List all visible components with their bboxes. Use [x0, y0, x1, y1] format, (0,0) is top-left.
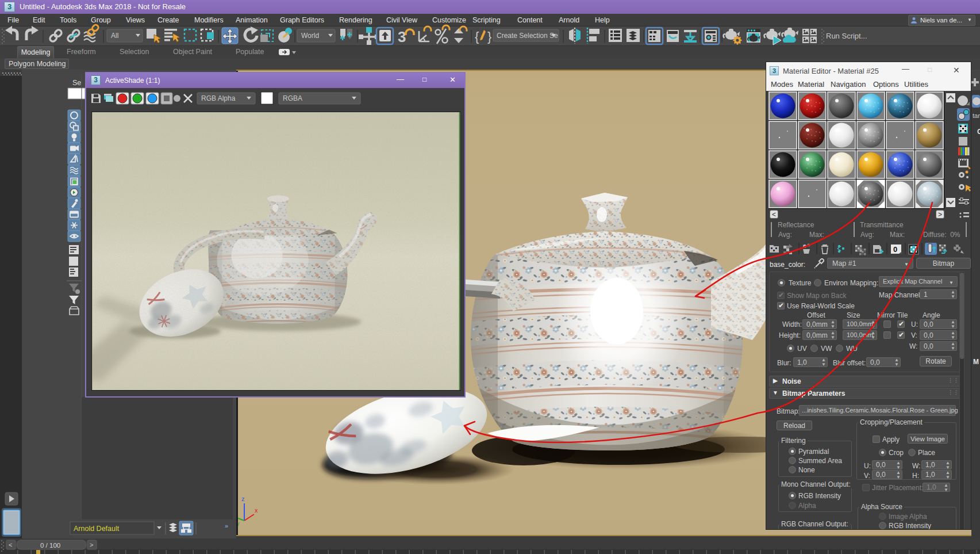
svg-text:Create Selection Se: Create Selection Se — [497, 32, 558, 40]
svg-text:Run Script...: Run Script... — [826, 32, 867, 40]
svg-text:{: { — [475, 29, 479, 44]
svg-text:0 / 100: 0 / 100 — [40, 542, 60, 549]
svg-text:x: x — [255, 507, 258, 514]
svg-text:C: C — [977, 128, 980, 136]
svg-text:RGB Alpha: RGB Alpha — [201, 94, 236, 102]
svg-text:0: 0 — [893, 245, 897, 254]
svg-text:<: < — [9, 541, 12, 548]
svg-text:Arnold Default: Arnold Default — [74, 525, 120, 533]
svg-text:World: World — [301, 32, 319, 40]
svg-text:RGBA: RGBA — [283, 94, 302, 102]
svg-text:z: z — [241, 495, 245, 502]
svg-text:tan: tan — [973, 112, 980, 119]
svg-text:All: All — [111, 32, 118, 40]
svg-text:}: } — [487, 29, 491, 44]
svg-text:M: M — [973, 358, 979, 366]
svg-text:Se: Se — [72, 79, 81, 87]
svg-text:3: 3 — [398, 28, 406, 45]
svg-text:»: » — [225, 522, 228, 529]
svg-text:>: > — [90, 541, 93, 548]
